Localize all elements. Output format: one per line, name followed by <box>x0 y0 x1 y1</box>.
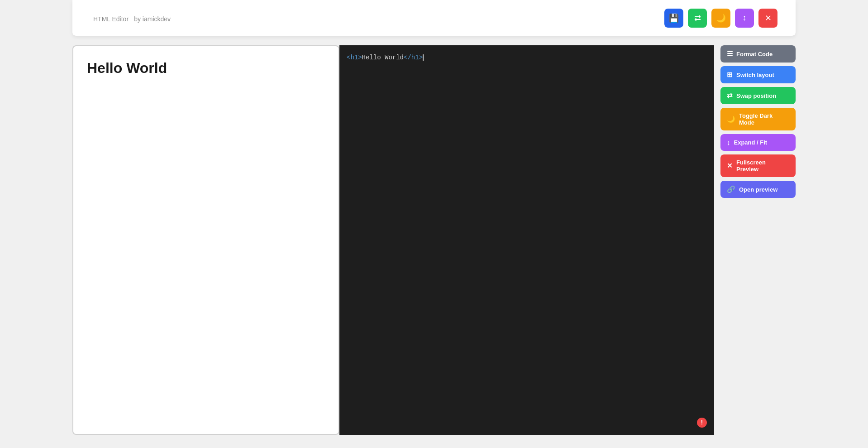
code-content: Hello World <box>362 54 404 61</box>
switch-layout-button[interactable]: ⇄ <box>688 9 707 28</box>
subtitle-text: by iamickdev <box>134 15 171 23</box>
format-icon: ☰ <box>727 50 733 58</box>
expand-fit-button[interactable]: ↕ <box>735 9 754 28</box>
open-preview-button[interactable]: 🔗 Open preview <box>720 181 796 198</box>
main-content: Hello World <h1>Hello World</h1> ! ☰ For… <box>72 45 796 435</box>
text-cursor <box>423 54 424 61</box>
swap-icon: ⇄ <box>727 92 733 100</box>
swap-position-label: Swap position <box>736 92 776 99</box>
expand-fit-label: Expand / Fit <box>734 139 768 146</box>
fullscreen-icon: ✕ <box>727 162 733 170</box>
code-line-1: <h1>Hello World</h1> <box>347 53 707 63</box>
preview-pane: Hello World <box>72 45 339 435</box>
toggle-dark-mode-button[interactable]: 🌙 Toggle Dark Mode <box>720 108 796 130</box>
switch-layout-icon: ⊞ <box>727 71 733 79</box>
save-button[interactable]: 💾 <box>664 9 683 28</box>
expand-icon: ↕ <box>727 139 730 146</box>
code-editor[interactable]: <h1>Hello World</h1> ! <box>339 45 714 435</box>
dark-mode-button[interactable]: 🌙 <box>711 9 730 28</box>
preview-heading: Hello World <box>87 60 325 77</box>
error-badge: ! <box>697 418 707 428</box>
switch-layout-label: Switch layout <box>736 72 774 78</box>
close-tag: </h1> <box>404 54 423 61</box>
moon-icon: 🌙 <box>727 115 735 123</box>
format-code-label: Format Code <box>736 51 773 58</box>
switch-layout-sidebar-button[interactable]: ⊞ Switch layout <box>720 66 796 83</box>
title-text: HTML Editor <box>93 15 129 23</box>
open-tag: <h1> <box>347 54 362 61</box>
fullscreen-label: Fullscreen Preview <box>736 159 789 173</box>
swap-position-button[interactable]: ⇄ Swap position <box>720 87 796 104</box>
close-button[interactable]: ✕ <box>758 9 777 28</box>
app-title: HTML Editor by iamickdev <box>91 12 171 24</box>
header-button-group: 💾 ⇄ 🌙 ↕ ✕ <box>664 9 777 28</box>
sidebar: ☰ Format Code ⊞ Switch layout ⇄ Swap pos… <box>714 45 796 435</box>
format-code-button[interactable]: ☰ Format Code <box>720 45 796 63</box>
header: HTML Editor by iamickdev 💾 ⇄ 🌙 ↕ ✕ <box>72 0 796 36</box>
link-icon: 🔗 <box>727 185 735 193</box>
open-preview-label: Open preview <box>739 186 777 193</box>
toggle-dark-label: Toggle Dark Mode <box>739 112 789 126</box>
expand-fit-sidebar-button[interactable]: ↕ Expand / Fit <box>720 134 796 151</box>
fullscreen-preview-button[interactable]: ✕ Fullscreen Preview <box>720 154 796 177</box>
